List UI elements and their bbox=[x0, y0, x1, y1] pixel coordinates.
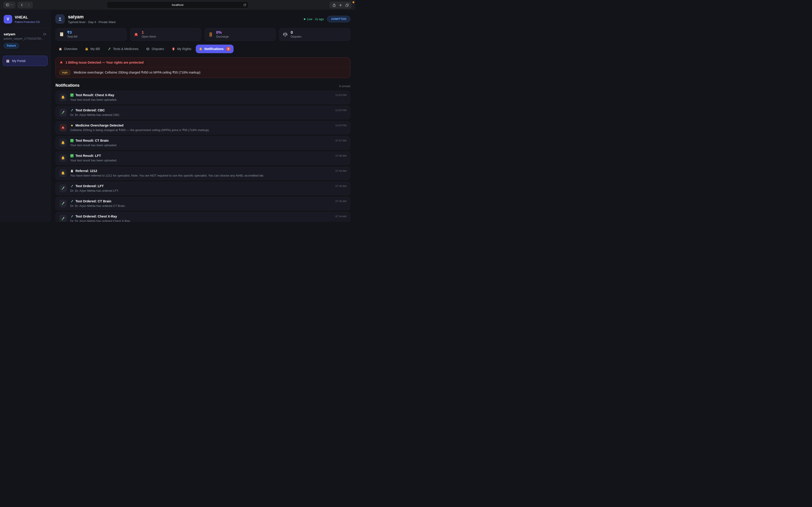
browser-actions-group bbox=[329, 2, 352, 9]
nav-divider bbox=[25, 3, 26, 7]
bell-icon bbox=[59, 169, 67, 177]
test-tube-icon bbox=[59, 184, 67, 192]
vheal-logo: V bbox=[4, 15, 12, 23]
reload-icon[interactable] bbox=[243, 3, 247, 7]
check-icon: ✓ bbox=[70, 139, 73, 143]
stat-card-total-bill: ₹0 Total Bill bbox=[55, 28, 126, 41]
test-tube-icon bbox=[59, 200, 67, 207]
sidebar-item-my-portal[interactable]: My Portal bbox=[3, 56, 48, 66]
timestamp: 12:03 PM bbox=[335, 124, 346, 132]
sidebar-toggle-button[interactable] bbox=[3, 2, 15, 8]
url-text: localhost bbox=[172, 3, 183, 7]
status-badge: ADMITTED bbox=[327, 16, 350, 22]
notification-body: Cefixime 200mg is being charged at ₹450 … bbox=[70, 128, 332, 132]
banner-header: 1 Billing Issue Detected — Your rights a… bbox=[56, 58, 350, 67]
new-tab-icon[interactable] bbox=[339, 3, 342, 7]
stat-value: 1 bbox=[142, 31, 156, 35]
tab-overview-icon[interactable] bbox=[345, 3, 349, 7]
stat-value: 0% bbox=[216, 31, 229, 35]
list-item[interactable]: Test Ordered: CT Brain Dr. Dr. Arjun Meh… bbox=[55, 197, 350, 210]
tab-my-bill[interactable]: My Bill bbox=[82, 45, 103, 53]
browser-toolbar: localhost bbox=[0, 0, 355, 10]
siren-icon bbox=[59, 60, 63, 64]
list-item[interactable]: Test Ordered: CBC Dr. Dr. Arjun Mehta ha… bbox=[55, 106, 350, 119]
test-tube-icon bbox=[70, 200, 73, 203]
test-tube-icon bbox=[107, 47, 111, 51]
notification-body: Your test result has been uploaded. bbox=[70, 144, 332, 147]
notification-body: Your test result has been uploaded. bbox=[70, 159, 332, 162]
logo-letter: V bbox=[7, 17, 9, 21]
forward-icon[interactable] bbox=[27, 3, 30, 7]
bell-icon bbox=[59, 94, 67, 101]
user-section: satyam patient_satyam_17752015750... Pat… bbox=[0, 28, 50, 53]
notification-body: Dr. Dr. Arjun Mehta has ordered CBC. bbox=[70, 113, 332, 117]
notification-body: Dr. Dr. Arjun Mehta has ordered LFT. bbox=[70, 189, 332, 192]
patient-meta: Typhoid fever · Day 4 · Private Ward bbox=[68, 20, 304, 24]
stat-card-disputes: 0 Disputes bbox=[279, 28, 350, 41]
stat-label: Total Bill bbox=[67, 35, 78, 38]
banner-body: high Medicine overcharge: Cefixime 200mg… bbox=[56, 67, 350, 78]
severity-badge: high bbox=[59, 70, 70, 75]
list-item[interactable]: ✓Test Result: CT Brain Your test result … bbox=[55, 136, 350, 150]
list-item[interactable]: ✓Test Result: LFT Your test result has b… bbox=[55, 152, 350, 165]
page-title: satyam bbox=[68, 14, 304, 19]
stat-card-discharge: 0% Discharge bbox=[205, 28, 276, 41]
tab-my-rights[interactable]: My Rights bbox=[168, 45, 194, 53]
notification-body: Dr. Dr. Arjun Mehta has ordered Chest X-… bbox=[70, 219, 332, 222]
avatar bbox=[55, 14, 64, 23]
tab-tests-medicines[interactable]: Tests & Medicines bbox=[104, 45, 142, 53]
banner-title: 1 Billing Issue Detected — Your rights a… bbox=[65, 61, 144, 64]
list-item[interactable]: Medicine Overcharge Detected Cefixime 20… bbox=[55, 121, 350, 134]
shield-icon bbox=[171, 47, 175, 51]
timestamp: 07:35 AM bbox=[335, 200, 346, 208]
timestamp: 07:57 AM bbox=[335, 139, 346, 147]
test-tube-icon bbox=[70, 215, 73, 218]
tab-overview[interactable]: Overview bbox=[55, 45, 80, 53]
scales-icon bbox=[146, 47, 150, 51]
stat-value: ₹0 bbox=[67, 31, 78, 35]
back-icon[interactable] bbox=[20, 3, 24, 7]
notification-body: Your test result has been uploaded. bbox=[70, 98, 332, 102]
notification-list: ✓Test Result: Chest X-Ray Your test resu… bbox=[55, 91, 350, 222]
brand-name: VHEAL bbox=[15, 15, 40, 20]
siren-icon bbox=[59, 124, 67, 131]
timestamp: 12:03 PM bbox=[335, 94, 346, 102]
notifications-heading: Notifications bbox=[55, 83, 80, 88]
test-tube-icon bbox=[59, 109, 67, 116]
receipt-icon bbox=[59, 32, 64, 37]
banner-message: Medicine overcharge: Cefixime 200mg char… bbox=[73, 71, 200, 74]
main-content: satyam Typhoid fever · Day 4 · Private W… bbox=[51, 10, 355, 222]
sidebar-nav: My Portal bbox=[0, 53, 50, 69]
scales-icon bbox=[283, 32, 288, 37]
person-icon bbox=[58, 16, 62, 21]
address-bar[interactable]: localhost bbox=[106, 1, 249, 8]
list-item[interactable]: Test Ordered: Chest X-Ray Dr. Dr. Arjun … bbox=[55, 212, 350, 222]
bell-icon bbox=[59, 139, 67, 147]
clipboard-icon bbox=[70, 169, 73, 173]
share-icon[interactable] bbox=[333, 3, 336, 7]
test-tube-icon bbox=[70, 184, 73, 188]
tab-disputes[interactable]: Disputes bbox=[143, 45, 167, 53]
siren-icon bbox=[134, 32, 139, 37]
bell-icon bbox=[59, 154, 67, 162]
billing-issue-banner: 1 Billing Issue Detected — Your rights a… bbox=[55, 57, 350, 78]
list-item[interactable]: ✓Test Result: Chest X-Ray Your test resu… bbox=[55, 91, 350, 104]
hospital-icon bbox=[6, 59, 10, 63]
unread-count: 9 unread bbox=[339, 84, 350, 88]
check-icon: ✓ bbox=[70, 154, 73, 158]
stat-cards: ₹0 Total Bill 1 Open Alerts 0% Discharge bbox=[55, 28, 350, 41]
list-item[interactable]: Referral: 1212 You have been referred to… bbox=[55, 167, 350, 180]
money-bag-icon bbox=[85, 47, 89, 51]
timestamp: 12:03 PM bbox=[335, 109, 346, 117]
brand-header: V VHEAL Patient Protection OS bbox=[0, 10, 50, 28]
list-item[interactable]: Test Ordered: LFT Dr. Dr. Arjun Mehta ha… bbox=[55, 182, 350, 195]
brand-tagline: Patient Protection OS bbox=[15, 20, 40, 23]
role-badge: Patient bbox=[4, 43, 19, 48]
tab-bar: Overview My Bill Tests & Medicines Dispu… bbox=[55, 45, 350, 53]
logout-icon[interactable] bbox=[43, 33, 47, 36]
tab-notifications[interactable]: Notifications 9 bbox=[196, 45, 234, 53]
stat-label: Disputes bbox=[291, 35, 302, 38]
sidebar-panel-icon bbox=[6, 3, 9, 7]
sidebar-item-label: My Portal bbox=[12, 59, 26, 63]
live-status: Live · 2s ago bbox=[304, 17, 324, 21]
